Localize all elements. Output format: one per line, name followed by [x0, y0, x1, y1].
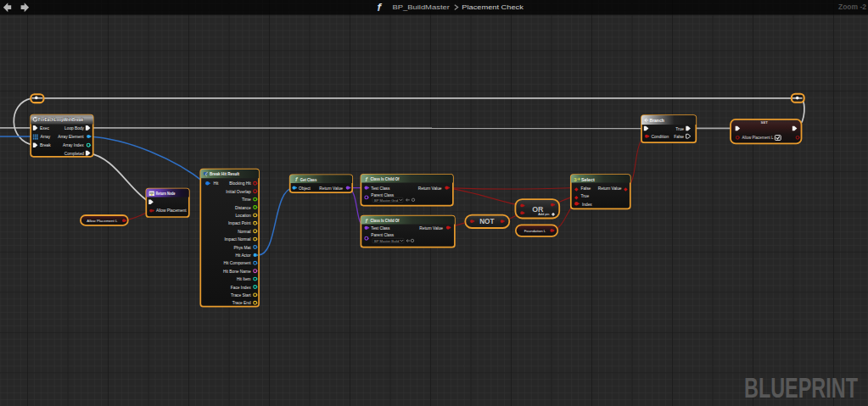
svg-text:Condition: Condition: [652, 135, 669, 139]
svg-text:Impact Normal: Impact Normal: [224, 237, 250, 242]
svg-text:Array Element: Array Element: [58, 135, 84, 139]
svg-text:Test Class: Test Class: [371, 186, 390, 191]
svg-text:Parent Class: Parent Class: [371, 193, 394, 197]
svg-text:Distance: Distance: [235, 206, 251, 210]
svg-text:Hit Component: Hit Component: [224, 261, 252, 265]
svg-text:Allow Placement L: Allow Placement L: [87, 219, 118, 223]
svg-text:Return Value: Return Value: [418, 186, 442, 191]
svg-text:Hit Bone Name: Hit Bone Name: [223, 270, 251, 274]
svg-text:BP Master Build: BP Master Build: [374, 239, 400, 243]
svg-text:Class Is Child Of: Class Is Child Of: [371, 218, 400, 223]
svg-text:Branch: Branch: [650, 118, 665, 123]
svg-text:Placement Check: Placement Check: [462, 3, 524, 11]
svg-text:Array Index: Array Index: [63, 143, 84, 147]
svg-text:Allow Placement L: Allow Placement L: [742, 136, 775, 140]
svg-text:True: True: [581, 194, 590, 198]
svg-text:False: False: [674, 135, 684, 139]
svg-text:Return Node: Return Node: [156, 191, 176, 196]
svg-text:Trace End: Trace End: [232, 301, 251, 305]
svg-text:Zoom -2: Zoom -2: [838, 3, 866, 11]
svg-text:False: False: [581, 186, 591, 191]
svg-text:BP Master Grid: BP Master Grid: [374, 198, 399, 203]
svg-text:Parent Class: Parent Class: [371, 233, 394, 237]
svg-text:Return Value: Return Value: [319, 186, 343, 191]
svg-text:Face Index: Face Index: [231, 286, 251, 290]
svg-text:Index: Index: [582, 203, 592, 207]
svg-text:Foundation L: Foundation L: [524, 229, 546, 233]
svg-text:True: True: [675, 127, 684, 131]
svg-text:Trace Start: Trace Start: [231, 293, 251, 298]
svg-text:Array: Array: [41, 135, 51, 139]
svg-text:Hit: Hit: [214, 181, 220, 186]
svg-text:Initial Overlap: Initial Overlap: [226, 190, 251, 194]
svg-text:Blocking Hit: Blocking Hit: [229, 181, 251, 186]
svg-text:Time: Time: [242, 197, 251, 202]
svg-text:Select: Select: [581, 177, 595, 182]
svg-text:Normal: Normal: [238, 230, 250, 234]
svg-text:Class Is Child Of: Class Is Child Of: [371, 176, 400, 181]
svg-text:Exec: Exec: [40, 126, 49, 131]
svg-text:Return Value: Return Value: [598, 186, 622, 191]
svg-text:Object: Object: [299, 186, 311, 191]
svg-text:NOT: NOT: [479, 218, 494, 225]
svg-text:Completed: Completed: [64, 152, 85, 156]
svg-text:Hit Item: Hit Item: [237, 277, 251, 281]
svg-text:Loop Body: Loop Body: [64, 126, 85, 131]
svg-text:SET: SET: [761, 120, 769, 125]
svg-text:BLUEPRINT: BLUEPRINT: [744, 372, 858, 403]
svg-text:Test Class: Test Class: [371, 226, 390, 231]
svg-text:BP_BuildMaster: BP_BuildMaster: [392, 3, 450, 11]
svg-text:Impact Point: Impact Point: [228, 221, 251, 225]
svg-text:Break: Break: [40, 143, 51, 147]
svg-text:Hit Actor: Hit Actor: [235, 253, 251, 258]
svg-text:Get Class: Get Class: [300, 177, 317, 182]
svg-text:Phys Mat: Phys Mat: [234, 246, 252, 250]
svg-text:Break Hit Result: Break Hit Result: [210, 171, 239, 176]
svg-text:ForEachLoopWithBreak: ForEachLoopWithBreak: [38, 118, 83, 122]
svg-text:Add pin: Add pin: [538, 212, 549, 216]
svg-text:Allow Placement: Allow Placement: [156, 209, 187, 213]
svg-text:Return Value: Return Value: [419, 226, 443, 231]
svg-text:Location: Location: [235, 214, 250, 218]
